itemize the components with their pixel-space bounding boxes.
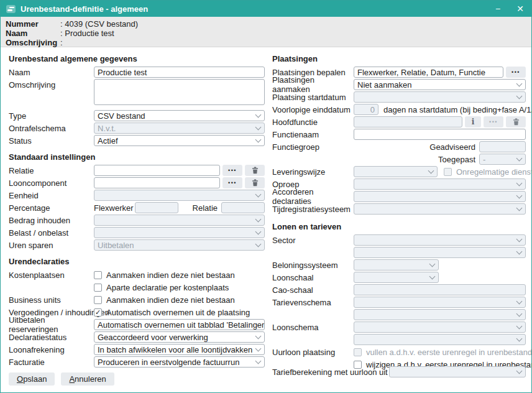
uurloon-vullen-checkbox-label: vullen a.d.h.v. eerste urenregel in uren… xyxy=(366,348,532,357)
chevron-down-icon xyxy=(255,216,262,222)
voorlopige-einddatum-suffix: dagen na startdatum (bij beding+fase A/1… xyxy=(383,105,532,114)
business-units-aanmaken-checkbox[interactable] xyxy=(94,296,102,304)
vergoedingen-overnemen-checkbox-label: Automatisch overnemen uit de plaatsing xyxy=(106,308,250,317)
loonschaal-label: Loonschaal xyxy=(272,273,354,282)
geadviseerd-label: Geadviseerd xyxy=(429,142,475,152)
hoofdfunctie-info-button[interactable]: i xyxy=(465,116,481,127)
oproep-select xyxy=(354,178,526,190)
chevron-down-icon xyxy=(255,241,262,247)
chevron-down-icon xyxy=(516,192,523,198)
beloningssysteem-label: Beloningssysteem xyxy=(272,261,354,270)
accorderen-declaraties-label: Accorderen declaraties xyxy=(272,187,354,206)
toegepast-select: - xyxy=(479,154,526,165)
header-label-omschrijving: Omschrijving xyxy=(6,38,60,47)
relatie-delete-button[interactable] xyxy=(245,165,265,176)
naam-input[interactable]: Productie test xyxy=(94,67,265,78)
close-icon[interactable]: ✕ xyxy=(516,4,524,13)
kostenplaatsen-aanmaken-checkbox[interactable] xyxy=(94,271,102,279)
tariefberekening-label: Tariefberekening met uurloon uit xyxy=(272,368,389,377)
looncomponent-lookup-button[interactable]: ••• xyxy=(222,177,242,188)
minimize-icon[interactable]: − xyxy=(495,4,500,13)
chevron-down-icon xyxy=(516,205,523,211)
ontrafelschema-label: Ontrafelschema xyxy=(9,124,94,133)
trash-icon xyxy=(513,118,520,126)
ellipsis-icon: ••• xyxy=(228,180,237,186)
chevron-down-icon xyxy=(255,124,262,130)
trash-icon xyxy=(252,179,259,187)
kostenplaatsen-aanmaken-checkbox-label: Aanmaken indien deze niet bestaan xyxy=(106,270,235,280)
facturatie-label: Facturatie xyxy=(9,358,94,367)
functienaam-input[interactable] xyxy=(354,129,526,140)
relatie-label: Relatie xyxy=(9,166,94,175)
plaatsingen-aanmaken-select[interactable]: Niet aanmaken xyxy=(354,79,526,90)
omschrijving-textarea[interactable] xyxy=(94,79,265,105)
functiegroep-label: Functiegroep xyxy=(272,142,354,152)
percentage-flexwerker-input xyxy=(135,202,178,213)
header-value-naam: : Productie test xyxy=(60,29,114,38)
looncomponent-delete-button[interactable] xyxy=(245,177,265,188)
loonafrekening-label: Loonafrekening xyxy=(9,345,94,354)
geadviseerd-input xyxy=(479,141,526,152)
omschrijving-label: Omschrijving xyxy=(9,79,94,90)
eenheid-select xyxy=(94,190,265,201)
chevron-down-icon xyxy=(255,333,262,339)
tarievenschema-select-2 xyxy=(354,309,526,320)
business-units-label: Business units xyxy=(9,295,94,305)
uitbetalen-reserveringen-label: Uitbetalen reserveringen xyxy=(9,315,94,334)
tijdregistratiesysteem-label: Tijdregistratiesysteem xyxy=(272,205,354,214)
loonschema-select-1 xyxy=(354,321,526,333)
looncomponent-input[interactable] xyxy=(94,177,220,188)
section-urenbestand-algemeen: Urenbestand algemene gegevens xyxy=(9,54,265,64)
cancel-button[interactable]: Annuleren xyxy=(61,372,114,386)
aparte-declaratie-checkbox[interactable] xyxy=(94,284,102,292)
uitbetalen-reserveringen-select[interactable]: Automatisch overnemen uit tabblad 'Betal… xyxy=(94,319,265,330)
chevron-down-icon xyxy=(255,111,262,118)
facturatie-select[interactable]: Produceren in eerstvolgende factuurrun xyxy=(94,356,265,368)
toegepast-label: Toegepast xyxy=(438,155,475,164)
vergoedingen-overnemen-checkbox[interactable]: ✓ xyxy=(94,308,102,317)
section-urendeclaraties: Urendeclaraties xyxy=(9,257,265,267)
status-select[interactable]: Actief xyxy=(94,135,265,146)
leveringswijze-select xyxy=(354,166,438,177)
plaatsingen-aanmaken-label: Plaatsingen aanmaken xyxy=(272,75,354,94)
save-button[interactable]: Opslaan xyxy=(9,372,55,386)
percentage-relatie-input xyxy=(221,202,265,213)
status-label: Status xyxy=(9,136,94,146)
belast-onbelast-label: Belast / onbelast xyxy=(9,228,94,238)
chevron-down-icon xyxy=(255,345,262,351)
loonschaal-select xyxy=(354,272,439,283)
uren-sparen-select: Uitbetalen xyxy=(94,239,265,251)
chevron-down-icon xyxy=(255,358,262,364)
plaatsingen-bepalen-input[interactable]: Flexwerker, Relatie, Datum, Functie xyxy=(354,67,503,78)
chevron-down-icon xyxy=(516,368,523,374)
uurloon-vullen-checkbox xyxy=(354,348,362,356)
chevron-down-icon xyxy=(516,236,523,242)
dialog-window: Urenbestand-definitie - algemeen − ✕ Num… xyxy=(0,0,532,393)
type-label: Type xyxy=(9,111,94,121)
loonschema-label: Loonschema xyxy=(272,323,354,332)
chevron-down-icon xyxy=(429,273,436,279)
tarievenschema-label: Tarievenschema xyxy=(272,298,354,307)
uurloon-plaatsing-label: Uurloon plaatsing xyxy=(272,348,354,357)
chevron-down-icon xyxy=(516,155,523,161)
type-select[interactable]: CSV bestand xyxy=(94,110,265,121)
declaratiestatus-select[interactable]: Geaccordeerd voor verwerking xyxy=(94,331,265,343)
bedrag-inhouden-label: Bedrag inhouden xyxy=(9,216,94,225)
cao-schaal-input xyxy=(354,284,526,295)
plaatsingen-bepalen-lookup-button[interactable]: ••• xyxy=(506,67,526,78)
header-value-nummer: : 4039 (CSV bestand) xyxy=(60,19,138,29)
aparte-declaratie-checkbox-label: Aparte declaratie per kostenplaats xyxy=(106,283,229,292)
chevron-down-icon xyxy=(516,335,523,341)
loonafrekening-select[interactable]: In batch afwikkelen voor alle loontijdva… xyxy=(94,344,265,355)
header-label-nummer: Nummer xyxy=(6,19,60,29)
declaratiestatus-label: Declaratiestatus xyxy=(9,333,94,342)
business-units-aanmaken-checkbox-label: Aanmaken indien deze niet bestaan xyxy=(106,295,235,305)
hoofdfunctie-delete-button[interactable] xyxy=(506,116,526,127)
percentage-label: Percentage xyxy=(9,203,94,213)
chevron-down-icon xyxy=(516,310,523,317)
sector-label: Sector xyxy=(272,236,354,245)
window-title: Urenbestand-definitie - algemeen xyxy=(21,4,148,14)
relatie-input[interactable] xyxy=(94,165,220,176)
ontrafelschema-select: N.v.t. xyxy=(94,123,265,134)
relatie-lookup-button[interactable]: ••• xyxy=(222,165,242,176)
